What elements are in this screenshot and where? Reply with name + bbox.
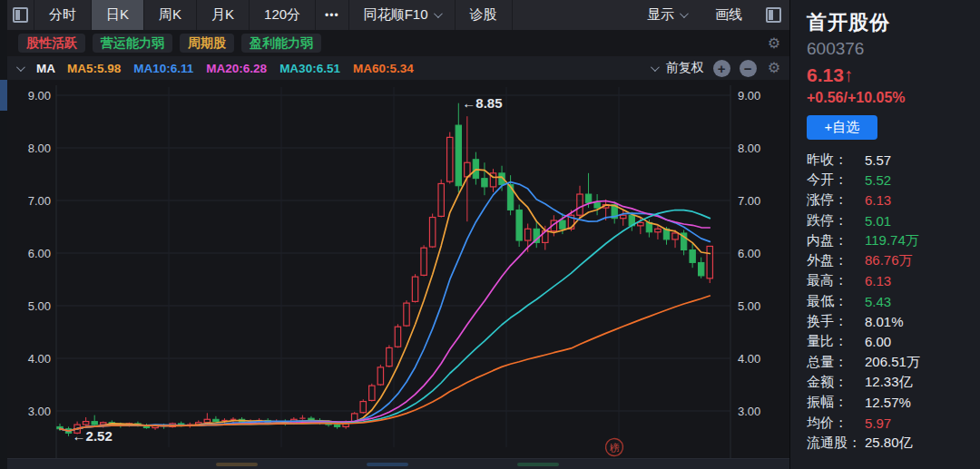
toolbar-tab-label: 同花顺F10	[364, 6, 428, 24]
stat-row: 今开：5.52	[807, 170, 971, 190]
left-edge-active-indicator	[0, 80, 7, 111]
toolbar-tab-weekly-k[interactable]: 周K	[144, 0, 197, 30]
toolbar-tab-monthly-k[interactable]: 月K	[197, 0, 250, 30]
stat-row: 跌停：5.01	[807, 210, 971, 230]
toolbar-tab-label: •••	[325, 9, 339, 22]
stat-label: 振幅：	[807, 394, 865, 411]
toolbar-tab-ths-f10[interactable]: 同花顺F10	[349, 0, 456, 30]
toolbar-tab-daily-k[interactable]: 日K	[92, 0, 144, 30]
candles-layer	[57, 103, 713, 436]
stat-label: 流通股：	[807, 435, 865, 452]
stat-value: 8.01%	[865, 314, 904, 329]
footer-decoration	[517, 463, 559, 466]
ma-indicator-label: MA	[36, 62, 55, 75]
stat-row: 换手：8.01%	[807, 311, 971, 331]
stat-label: 金额：	[807, 374, 865, 391]
annotations-layer: ←8.85←2.52	[73, 95, 503, 444]
panel-right-icon	[766, 7, 781, 23]
stat-label: 换手：	[807, 313, 865, 330]
stat-value: 5.57	[865, 152, 891, 168]
chart-footer-strip	[7, 458, 789, 469]
ma-value-ma60: MA60:5.34	[353, 62, 414, 75]
svg-text:9.00: 9.00	[738, 89, 760, 103]
stat-label: 涨停：	[807, 191, 865, 209]
price-adjust-mode[interactable]: 前复权	[666, 60, 704, 76]
ma-line-ma30	[60, 210, 710, 432]
toolbar-tab-minute[interactable]: 分时	[34, 0, 92, 30]
stat-row: 总量：206.51万	[807, 352, 971, 372]
svg-text:7.00: 7.00	[28, 194, 51, 208]
chart-settings-gear-icon[interactable]: ⚙	[768, 61, 780, 75]
ma-bar-controls: 前复权 + − ⚙	[651, 60, 780, 77]
panel-left-toggle-button[interactable]	[7, 0, 34, 30]
panel-left-icon	[13, 7, 28, 23]
draw-line-button[interactable]: 画线	[701, 0, 757, 30]
ma-indicator-bar: MA MA5:5.98MA10:6.11MA20:6.28MA30:6.51MA…	[7, 56, 789, 80]
svg-text:8.00: 8.00	[28, 142, 51, 155]
ma-value-ma30: MA30:6.51	[279, 62, 340, 75]
stat-row: 量比：6.00	[807, 332, 971, 352]
svg-text:6.00: 6.00	[738, 247, 760, 260]
stock-tag-weak-profit[interactable]: 盈利能力弱	[241, 34, 321, 53]
price-change: +0.56/+10.05%	[807, 90, 971, 106]
ma-collapse-chevron-icon[interactable]	[16, 63, 25, 72]
stat-value: 206.51万	[865, 354, 920, 371]
stat-value: 119.74万	[865, 232, 919, 249]
ranking-stamp-icon[interactable]: 榜	[604, 437, 623, 456]
display-menu-button[interactable]: 显示	[632, 0, 701, 30]
ma-line-ma10	[60, 182, 710, 431]
toolbar-tab-diagnose[interactable]: 诊股	[456, 0, 513, 30]
toolbar-tab-label: 月K	[211, 6, 234, 24]
stat-value: 6.13	[865, 273, 891, 288]
kline-chart-canvas[interactable]: 9.009.008.008.007.007.006.006.005.005.00…	[7, 80, 789, 469]
svg-text:7.00: 7.00	[738, 194, 760, 208]
stat-row: 流通股：25.80亿	[807, 433, 971, 453]
tag-settings-gear-icon[interactable]: ⚙	[768, 36, 780, 51]
left-edge-panel[interactable]	[0, 0, 7, 469]
stat-value: 5.01	[865, 213, 891, 229]
ma-value-ma20: MA20:6.28	[206, 62, 267, 75]
stock-app-window: 分时日K周K月K120分•••同花顺F10诊股 显示 画线 股性活跃营运能力弱周…	[0, 0, 980, 469]
stat-row: 均价：5.97	[807, 413, 971, 433]
zoom-out-button[interactable]: −	[740, 60, 757, 77]
stat-value: 12.57%	[865, 395, 911, 410]
adjust-chevron-icon[interactable]	[651, 63, 660, 72]
stat-label: 最高：	[807, 272, 865, 289]
zoom-in-button[interactable]: +	[713, 60, 730, 77]
stat-row: 外盘：86.76万	[807, 250, 971, 270]
stat-row: 涨停：6.13	[807, 191, 971, 210]
toolbar-tab-120min[interactable]: 120分	[250, 0, 316, 30]
stock-tag-cyclical-stock[interactable]: 周期股	[180, 34, 234, 53]
footer-decoration	[216, 463, 258, 466]
svg-text:5.00: 5.00	[28, 299, 51, 313]
current-price: 6.13↑	[807, 64, 971, 86]
stat-row: 最高：6.13	[807, 271, 971, 291]
footer-decoration	[367, 463, 408, 466]
svg-text:榜: 榜	[609, 442, 621, 454]
stock-name: 首开股份	[807, 9, 971, 36]
stat-label: 外盘：	[807, 252, 865, 269]
stat-row: 金额：12.33亿	[807, 372, 971, 392]
svg-text:3.00: 3.00	[738, 405, 760, 418]
svg-text:9.00: 9.00	[28, 89, 51, 103]
stat-value: 5.43	[865, 294, 891, 309]
toolbar-tab-label: 分时	[49, 6, 76, 24]
svg-text:←8.85: ←8.85	[462, 95, 502, 111]
svg-text:8.00: 8.00	[738, 142, 760, 155]
svg-text:←2.52: ←2.52	[73, 428, 113, 444]
toolbar-tab-label: 诊股	[470, 6, 497, 24]
toolbar-tab-more[interactable]: •••	[316, 0, 349, 30]
panel-right-toggle-button[interactable]	[757, 0, 789, 30]
stock-tag-active-stock[interactable]: 股性活跃	[18, 34, 85, 53]
add-watchlist-button[interactable]: +自选	[807, 115, 877, 140]
stat-label: 内盘：	[807, 232, 865, 249]
svg-text:6.00: 6.00	[28, 247, 51, 260]
stat-row: 振幅：12.57%	[807, 393, 971, 413]
grid-layer	[56, 85, 730, 458]
ma-values: MA5:5.98MA10:6.11MA20:6.28MA30:6.51MA60:…	[67, 62, 414, 75]
svg-text:5.00: 5.00	[738, 299, 760, 313]
stat-row: 最低：5.43	[807, 291, 971, 311]
stock-tag-weak-operation[interactable]: 营运能力弱	[93, 34, 172, 53]
kline-svg[interactable]: 9.009.008.008.007.007.006.006.005.005.00…	[7, 80, 789, 469]
stat-value: 25.80亿	[865, 435, 913, 452]
